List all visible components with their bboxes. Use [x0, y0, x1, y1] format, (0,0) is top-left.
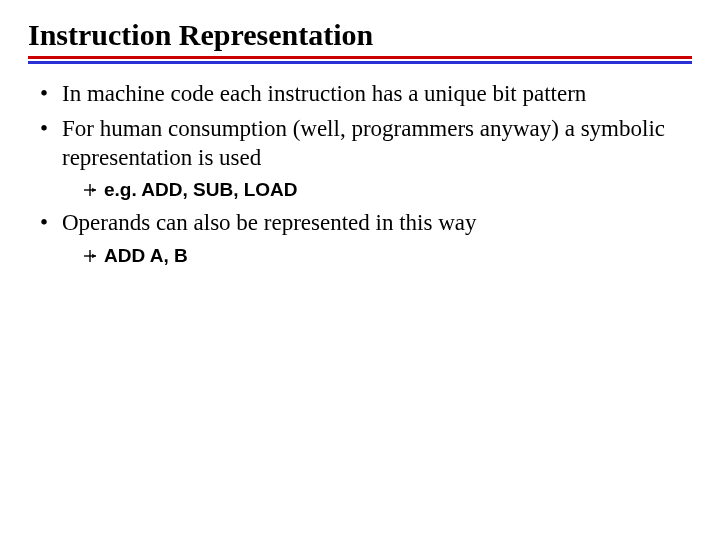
bullet-text: Operands can also be represented in this… — [62, 210, 477, 235]
divider-red — [28, 56, 692, 59]
bullet-item: For human consumption (well, programmers… — [36, 115, 684, 203]
svg-marker-5 — [92, 253, 96, 257]
sub-list: ADD A, B — [62, 244, 684, 269]
sub-item: e.g. ADD, SUB, LOAD — [82, 178, 684, 203]
sub-item: ADD A, B — [82, 244, 684, 269]
arrow-icon — [82, 246, 98, 262]
svg-marker-2 — [92, 188, 96, 192]
bullet-item: In machine code each instruction has a u… — [36, 80, 684, 109]
sub-text: ADD A, B — [104, 245, 188, 266]
slide: Instruction Representation In machine co… — [0, 0, 720, 540]
arrow-icon — [82, 180, 98, 196]
bullet-list: In machine code each instruction has a u… — [28, 80, 692, 268]
bullet-text: For human consumption (well, programmers… — [62, 116, 665, 170]
bullet-text: In machine code each instruction has a u… — [62, 81, 586, 106]
bullet-item: Operands can also be represented in this… — [36, 209, 684, 268]
sub-list: e.g. ADD, SUB, LOAD — [62, 178, 684, 203]
sub-text: e.g. ADD, SUB, LOAD — [104, 179, 298, 200]
slide-title: Instruction Representation — [28, 18, 692, 52]
divider-blue — [28, 61, 692, 64]
